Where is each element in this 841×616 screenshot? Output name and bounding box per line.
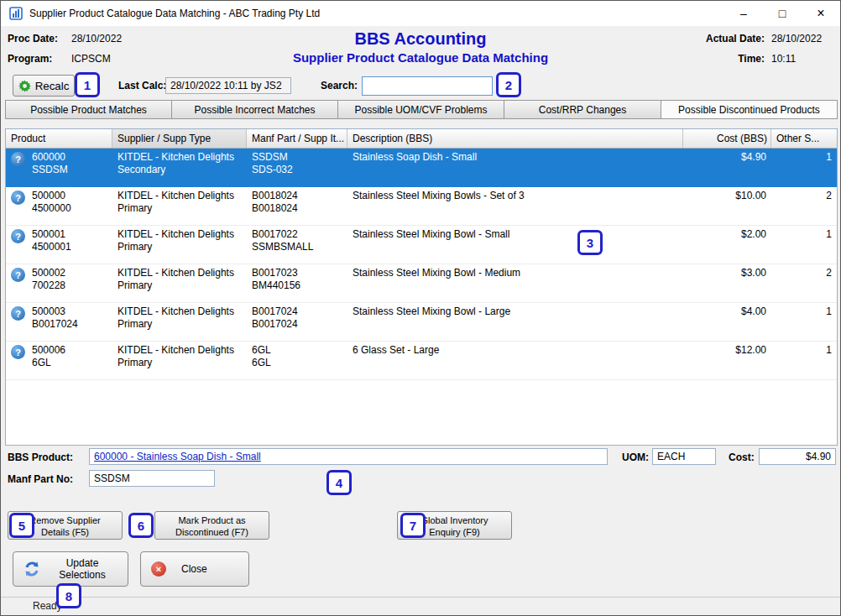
table-row[interactable]: ? 500006 6GL KITDEL - Kitchen Delights P… bbox=[6, 342, 837, 380]
cost-cell: $2.00 bbox=[683, 226, 771, 264]
question-icon: ? bbox=[11, 191, 25, 205]
supplier-cell: KITDEL - Kitchen Delights Primary bbox=[112, 303, 247, 341]
app-title: BBS Accounting bbox=[127, 29, 714, 49]
window-title: Supplier Product Catalogue Data Matching… bbox=[29, 8, 320, 19]
tab-bar: Possible Product Matches Possible Incorr… bbox=[5, 100, 838, 119]
tab-possible-uom-cvf-problems[interactable]: Possible UOM/CVF Problems bbox=[338, 100, 504, 119]
minimize-button[interactable]: – bbox=[724, 1, 763, 26]
time-value: 10:11 bbox=[771, 53, 832, 65]
description-cell: Stainless Steel Mixing Bowl - Medium bbox=[347, 264, 683, 302]
annotation-marker-5: 5 bbox=[9, 513, 34, 538]
supplier-cell: KITDEL - Kitchen Delights Secondary bbox=[112, 149, 247, 186]
cost-label: Cost: bbox=[729, 452, 755, 463]
window-controls: – □ × bbox=[724, 1, 840, 26]
other-cell: 1 bbox=[771, 226, 837, 264]
app-icon bbox=[9, 7, 23, 20]
supplier-cell: KITDEL - Kitchen Delights Primary bbox=[112, 264, 247, 302]
question-icon: ? bbox=[11, 152, 25, 166]
annotation-marker-2: 2 bbox=[496, 72, 521, 97]
search-input[interactable] bbox=[362, 76, 493, 96]
question-icon: ? bbox=[11, 345, 25, 359]
tab-possible-discontinued-products[interactable]: Possible Discontinued Products bbox=[661, 100, 838, 119]
column-header-other[interactable]: Other S... bbox=[771, 129, 837, 148]
header-left: Proc Date: 28/10/2022 Program: ICPSCM bbox=[8, 33, 122, 65]
close-button-icon: × bbox=[151, 561, 166, 577]
manf-part-cell: B0017022 SSMBSMALL bbox=[247, 226, 347, 264]
results-table: Product Supplier / Supp Type Manf Part /… bbox=[5, 128, 838, 446]
description-cell: Stainless Steel Mixing Bowl - Small bbox=[347, 226, 683, 264]
proc-date-value: 28/10/2022 bbox=[71, 33, 122, 44]
question-icon: ? bbox=[11, 229, 25, 243]
close-window-button[interactable]: × bbox=[802, 1, 840, 26]
question-icon: ? bbox=[11, 268, 25, 282]
manf-part-cell: 6GL 6GL bbox=[247, 342, 347, 379]
proc-date-label: Proc Date: bbox=[8, 33, 66, 44]
actual-date-label: Actual Date: bbox=[706, 33, 765, 44]
tab-possible-product-matches[interactable]: Possible Product Matches bbox=[5, 100, 172, 119]
annotation-marker-7: 7 bbox=[400, 513, 426, 538]
column-header-supplier[interactable]: Supplier / Supp Type bbox=[112, 129, 247, 148]
update-selections-icon bbox=[24, 561, 40, 577]
manf-part-cell: SSDSM SDS-032 bbox=[247, 149, 347, 186]
column-header-cost[interactable]: Cost (BBS) bbox=[683, 129, 771, 148]
cost-field: $4.90 bbox=[759, 448, 836, 465]
page-title: Supplier Product Catalogue Data Matching bbox=[127, 49, 714, 66]
status-bar: Ready bbox=[1, 597, 840, 615]
bbs-product-label: BBS Product: bbox=[8, 452, 73, 463]
column-header-product[interactable]: Product bbox=[6, 129, 112, 148]
last-calc-label: Last Calc: bbox=[118, 80, 166, 91]
description-cell: Stainless Steel Mixing Bowl - Large bbox=[347, 303, 683, 341]
product-cell: ? 500001 4500001 bbox=[6, 226, 112, 264]
annotation-marker-6: 6 bbox=[128, 513, 154, 538]
close-button[interactable]: × Close bbox=[140, 551, 249, 587]
bbs-product-field: 600000 - Stainless Soap Dish - Small bbox=[89, 448, 608, 465]
uom-label: UOM: bbox=[622, 452, 649, 463]
mark-product-discontinued-button[interactable]: Mark Product as Discontinued (F7) bbox=[154, 511, 269, 540]
recalc-icon bbox=[18, 80, 31, 92]
cost-cell: $4.00 bbox=[683, 303, 771, 341]
question-icon: ? bbox=[11, 306, 25, 321]
other-cell: 1 bbox=[771, 149, 837, 186]
description-cell: 6 Glass Set - Large bbox=[347, 342, 683, 379]
table-row[interactable]: ? 500000 4500000 KITDEL - Kitchen Deligh… bbox=[6, 187, 837, 226]
other-cell: 2 bbox=[771, 264, 837, 302]
manf-part-no-field[interactable]: SSDSM bbox=[89, 470, 215, 487]
description-cell: Stainless Soap Dish - Small bbox=[347, 149, 683, 186]
time-label: Time: bbox=[706, 53, 765, 65]
product-cell: ? 500002 700228 bbox=[6, 264, 112, 302]
cost-cell: $3.00 bbox=[683, 264, 771, 302]
cost-cell: $12.00 bbox=[683, 342, 771, 379]
annotation-marker-4: 4 bbox=[326, 470, 352, 495]
bbs-product-link[interactable]: 600000 - Stainless Soap Dish - Small bbox=[94, 451, 261, 462]
product-cell: ? 500003 B0017024 bbox=[6, 303, 112, 341]
close-button-label: Close bbox=[181, 563, 207, 575]
table-row[interactable]: ? 600000 SSDSM KITDEL - Kitchen Delights… bbox=[6, 149, 837, 187]
uom-field: EACH bbox=[652, 448, 716, 465]
table-row[interactable]: ? 500001 4500001 KITDEL - Kitchen Deligh… bbox=[6, 226, 837, 264]
tab-possible-incorrect-matches[interactable]: Possible Incorrect Matches bbox=[172, 100, 338, 119]
tab-cost-rrp-changes[interactable]: Cost/RRP Changes bbox=[504, 100, 661, 119]
program-label: Program: bbox=[8, 53, 66, 65]
description-cell: Stainless Steel Mixing Bowls - Set of 3 bbox=[347, 187, 683, 225]
maximize-button[interactable]: □ bbox=[763, 1, 802, 26]
table-header: Product Supplier / Supp Type Manf Part /… bbox=[6, 129, 837, 149]
other-cell: 1 bbox=[771, 342, 837, 379]
table-body: ? 600000 SSDSM KITDEL - Kitchen Delights… bbox=[6, 149, 837, 380]
column-header-manf-part[interactable]: Manf Part / Supp It... bbox=[247, 129, 347, 148]
update-selections-button[interactable]: Update Selections bbox=[13, 551, 128, 587]
title-bar: Supplier Product Catalogue Data Matching… bbox=[1, 1, 840, 26]
table-row[interactable]: ? 500002 700228 KITDEL - Kitchen Delight… bbox=[6, 264, 837, 303]
column-header-description[interactable]: Description (BBS) bbox=[347, 129, 683, 148]
manf-part-cell: B0017023 BM440156 bbox=[247, 264, 347, 302]
recalc-button-label: Recalc bbox=[35, 80, 70, 92]
supplier-cell: KITDEL - Kitchen Delights Primary bbox=[112, 226, 247, 264]
product-cell: ? 600000 SSDSM bbox=[6, 149, 112, 186]
annotation-marker-1: 1 bbox=[75, 72, 100, 97]
header-center: BBS Accounting Supplier Product Catalogu… bbox=[127, 29, 714, 66]
annotation-marker-3: 3 bbox=[577, 230, 603, 255]
actual-date-value: 28/10/2022 bbox=[771, 33, 832, 44]
table-row[interactable]: ? 500003 B0017024 KITDEL - Kitchen Delig… bbox=[6, 303, 837, 342]
toolbar: Recalc Last Calc: 28/10/2022 10:11 by JS… bbox=[1, 75, 840, 98]
supplier-cell: KITDEL - Kitchen Delights Primary bbox=[112, 187, 247, 225]
recalc-button[interactable]: Recalc bbox=[13, 75, 75, 97]
